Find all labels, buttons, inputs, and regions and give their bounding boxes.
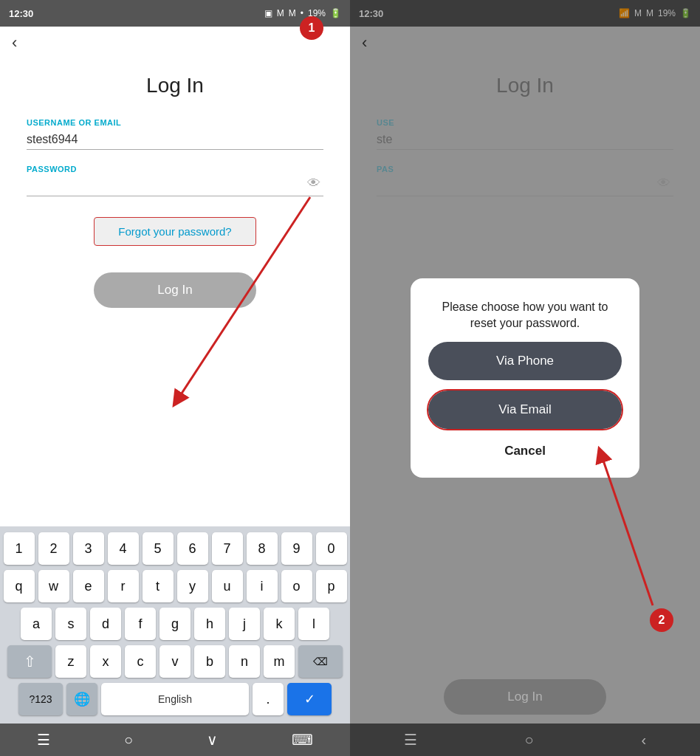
- kb-key-q[interactable]: q: [4, 570, 35, 602]
- kb-key-f[interactable]: f: [125, 608, 156, 640]
- kb-key-6[interactable]: 6: [177, 532, 208, 565]
- nav-back-icon[interactable]: ∨: [207, 731, 218, 749]
- kb-key-o[interactable]: o: [281, 570, 312, 602]
- kb-key-c[interactable]: c: [125, 645, 156, 678]
- kb-row-bottom: ?123 🌐 English . ✓: [3, 683, 347, 715]
- kb-key-u[interactable]: u: [212, 570, 243, 602]
- nav-menu-icon[interactable]: ☰: [37, 731, 50, 749]
- kb-row-qwerty: q w e r t y u i o p: [3, 570, 347, 602]
- kb-key-s[interactable]: s: [55, 608, 86, 640]
- kb-backspace-key[interactable]: ⌫: [298, 645, 343, 678]
- left-status-icons: ▣ M M • 19% 🔋: [264, 8, 341, 18]
- kb-key-b[interactable]: b: [194, 645, 225, 678]
- kb-key-x[interactable]: x: [90, 645, 121, 678]
- kb-key-7[interactable]: 7: [212, 532, 243, 565]
- kb-globe-key[interactable]: 🌐: [66, 683, 97, 715]
- login-button-left[interactable]: Log In: [94, 272, 256, 308]
- forgot-password-button[interactable]: Forgot your password?: [94, 217, 256, 246]
- nav-home-icon[interactable]: ○: [124, 732, 133, 749]
- kb-key-d[interactable]: d: [90, 608, 121, 640]
- username-input[interactable]: [27, 130, 323, 149]
- kb-key-g[interactable]: g: [159, 608, 191, 640]
- nav-keyboard-icon[interactable]: ⌨: [292, 731, 313, 749]
- kb-key-k[interactable]: k: [264, 608, 295, 640]
- kb-key-n[interactable]: n: [229, 645, 260, 678]
- via-email-button[interactable]: Via Email: [428, 391, 622, 429]
- kb-key-h[interactable]: h: [194, 608, 225, 640]
- password-label: PASSWORD: [27, 165, 323, 173]
- kb-key-y[interactable]: y: [177, 570, 208, 602]
- kb-special-key[interactable]: ?123: [18, 683, 63, 715]
- password-field-wrapper: 👁: [27, 176, 323, 196]
- annotation-1: 1: [300, 16, 323, 40]
- left-nav-bar: ‹: [0, 27, 350, 59]
- left-status-time: 12:30: [9, 8, 33, 19]
- via-phone-button[interactable]: Via Phone: [428, 342, 622, 380]
- left-login-form: Log In USERNAME OR EMAIL PASSWORD 👁 Forg…: [0, 59, 350, 526]
- kb-key-m[interactable]: m: [264, 645, 295, 678]
- left-status-bar: 12:30 ▣ M M • 19% 🔋: [0, 0, 350, 27]
- kb-key-w[interactable]: w: [38, 570, 69, 602]
- username-label: USERNAME OR EMAIL: [27, 118, 323, 127]
- kb-key-3[interactable]: 3: [73, 532, 104, 565]
- kb-key-8[interactable]: 8: [247, 532, 278, 565]
- annotation-2: 2: [650, 608, 673, 632]
- username-field-wrapper: [27, 130, 323, 150]
- kb-key-5[interactable]: 5: [143, 532, 174, 565]
- left-panel: 1 12:30 ▣ M M • 19% 🔋 ‹ Log In USERNAME …: [0, 0, 350, 756]
- kb-key-t[interactable]: t: [143, 570, 174, 602]
- cancel-button[interactable]: Cancel: [504, 439, 546, 463]
- kb-key-e[interactable]: e: [73, 570, 104, 602]
- modal-title: Please choose how you want to reset your…: [428, 299, 622, 332]
- kb-key-z[interactable]: z: [55, 645, 86, 678]
- kb-key-a[interactable]: a: [21, 608, 52, 640]
- kb-key-v[interactable]: v: [159, 645, 191, 678]
- kb-shift-key[interactable]: ⇧: [7, 645, 52, 678]
- kb-key-j[interactable]: j: [229, 608, 260, 640]
- kb-key-0[interactable]: 0: [316, 532, 347, 565]
- kb-key-p[interactable]: p: [316, 570, 347, 602]
- reset-password-modal: Please choose how you want to reset your…: [411, 278, 639, 478]
- kb-key-4[interactable]: 4: [108, 532, 139, 565]
- login-title: Log In: [27, 74, 323, 97]
- kb-row-numbers: 1 2 3 4 5 6 7 8 9 0: [3, 532, 347, 565]
- eye-icon[interactable]: 👁: [307, 176, 320, 191]
- kb-spacebar[interactable]: English: [101, 683, 249, 715]
- kb-row-zxcv: ⇧ z x c v b n m ⌫: [3, 645, 347, 678]
- modal-overlay: Please choose how you want to reset your…: [350, 0, 700, 756]
- kb-period-key[interactable]: .: [253, 683, 284, 715]
- left-back-button[interactable]: ‹: [12, 33, 17, 52]
- keyboard: 1 2 3 4 5 6 7 8 9 0 q w e r t y u i o p …: [0, 526, 350, 724]
- kb-key-l[interactable]: l: [298, 608, 329, 640]
- left-nav-bottom: ☰ ○ ∨ ⌨: [0, 724, 350, 756]
- kb-key-2[interactable]: 2: [38, 532, 69, 565]
- password-input[interactable]: [27, 176, 323, 196]
- kb-key-1[interactable]: 1: [4, 532, 35, 565]
- kb-key-r[interactable]: r: [108, 570, 139, 602]
- kb-row-asdf: a s d f g h j k l: [3, 608, 347, 640]
- right-panel: 2 12:30 📶 M M 19% 🔋 ‹ Log In USE PAS: [350, 0, 700, 756]
- kb-enter-key[interactable]: ✓: [287, 683, 332, 715]
- kb-key-i[interactable]: i: [247, 570, 278, 602]
- kb-key-9[interactable]: 9: [281, 532, 312, 565]
